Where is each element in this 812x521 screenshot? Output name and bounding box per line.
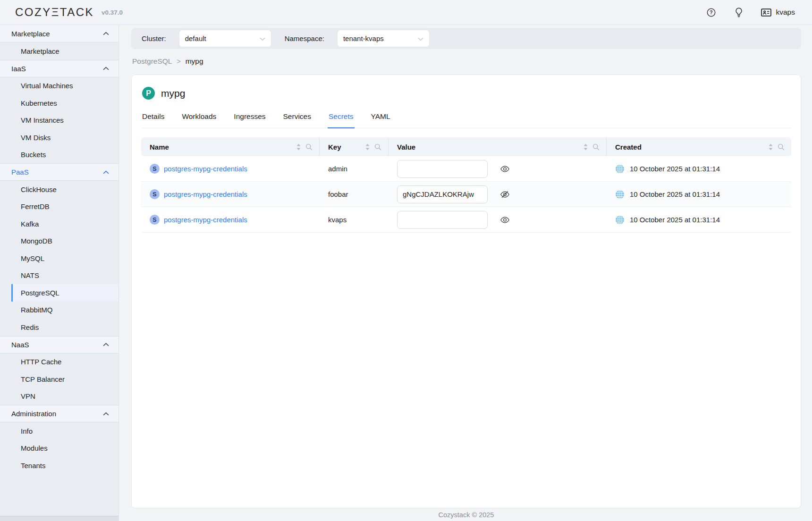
secret-value-input[interactable] — [397, 185, 488, 203]
search-icon[interactable] — [778, 143, 785, 151]
page-title: mypg — [161, 88, 185, 99]
sidebar-section-iaas[interactable]: IaaS — [0, 60, 118, 77]
resource-header: P mypg — [141, 87, 791, 100]
sort-icon[interactable] — [583, 143, 588, 151]
version-label: v0.37.0 — [102, 9, 123, 16]
secrets-table: Name Key — [141, 137, 791, 233]
top-bar: COZYΞTACK v0.37.0 ? kvaps — [0, 0, 812, 25]
sidebar-section-administration[interactable]: Administration — [0, 405, 118, 422]
eye-icon[interactable] — [500, 165, 509, 173]
tab-services[interactable]: Services — [282, 112, 312, 128]
sidebar-section-marketplace[interactable]: Marketplace — [0, 25, 118, 42]
sidebar-item-tcp-balancer[interactable]: TCP Balancer — [11, 370, 118, 388]
sidebar-item-vm-disks[interactable]: VM Disks — [11, 129, 118, 146]
sidebar-item-rabbitmq[interactable]: RabbitMQ — [11, 302, 118, 319]
resource-tabs: Details Workloads Ingresses Services Sec… — [141, 112, 791, 128]
sidebar-item-mysql[interactable]: MySQL — [11, 250, 118, 267]
breadcrumb-current: mypg — [186, 57, 203, 66]
app-window: COZYΞTACK v0.37.0 ? kvaps Marketplace — [0, 0, 812, 521]
sort-icon[interactable] — [365, 143, 370, 151]
chevron-down-icon — [260, 34, 265, 42]
sort-icon[interactable] — [768, 143, 773, 151]
tab-yaml[interactable]: YAML — [370, 112, 391, 128]
sidebar-item-http-cache[interactable]: HTTP Cache — [11, 353, 118, 371]
chevron-up-icon — [103, 343, 109, 346]
cluster-select-value: default — [185, 34, 206, 42]
secret-value-input[interactable] — [397, 211, 488, 229]
help-icon[interactable]: ? — [706, 7, 717, 17]
sidebar-section-paas[interactable]: PaaS — [0, 163, 118, 181]
sidebar-item-vm-instances[interactable]: VM Instances — [11, 112, 118, 129]
namespace-label: Namespace: — [285, 34, 324, 42]
table-row: S postgres-mypg-credentials foobar 10 Oc… — [141, 182, 791, 207]
namespace-select[interactable]: tenant-kvaps — [337, 30, 430, 47]
eye-icon[interactable] — [500, 216, 509, 224]
breadcrumb-postgresql[interactable]: PostgreSQL — [132, 57, 172, 66]
tab-details[interactable]: Details — [141, 112, 165, 128]
sidebar-item-ferretdb[interactable]: FerretDB — [11, 198, 118, 216]
user-menu[interactable]: kvaps — [761, 7, 795, 17]
tab-secrets[interactable]: Secrets — [328, 112, 355, 128]
sidebar-item-postgresql[interactable]: PostgreSQL — [11, 284, 118, 302]
table-header: Name Key — [141, 137, 791, 156]
chevron-up-icon — [103, 67, 109, 70]
secret-key: kvaps — [328, 216, 347, 224]
sidebar-item-clickhouse[interactable]: ClickHouse — [11, 181, 118, 198]
sidebar-item-kubernetes[interactable]: Kubernetes — [11, 94, 118, 112]
tab-workloads[interactable]: Workloads — [181, 112, 217, 128]
context-filter-bar: Cluster: default Namespace: tenant-kvaps — [131, 28, 801, 49]
chevron-up-icon — [103, 32, 109, 35]
sidebar-item-tenants[interactable]: Tenants — [11, 457, 118, 474]
sidebar-item-virtual-machines[interactable]: Virtual Machines — [11, 77, 118, 95]
resource-card: P mypg Details Workloads Ingresses Servi… — [131, 75, 801, 508]
secret-value-input[interactable] — [397, 160, 488, 178]
sidebar-item-vpn[interactable]: VPN — [11, 388, 118, 405]
table-row: S postgres-mypg-credentials kvaps 10 Oct… — [141, 207, 791, 233]
chevron-up-icon — [103, 170, 109, 174]
footer-copyright: Cozystack © 2025 — [131, 508, 801, 521]
sidebar-item-mongodb[interactable]: MongoDB — [11, 233, 118, 250]
secret-key: admin — [328, 165, 347, 173]
namespace-select-value: tenant-kvaps — [343, 34, 384, 42]
created-timestamp: 10 October 2025 at 01:31:14 — [630, 165, 720, 173]
idcard-icon — [761, 7, 771, 17]
sidebar-bottom-strip — [0, 516, 118, 521]
section-label: NaaS — [11, 341, 29, 349]
secret-name-link[interactable]: postgres-mypg-credentials — [164, 190, 247, 198]
globe-icon — [615, 190, 625, 199]
cluster-select[interactable]: default — [179, 30, 271, 47]
secret-name-link[interactable]: postgres-mypg-credentials — [164, 216, 247, 224]
breadcrumb-separator: > — [177, 58, 180, 65]
sidebar-item-info[interactable]: Info — [11, 422, 118, 440]
sidebar-filler — [0, 474, 118, 516]
sidebar-item-marketplace[interactable]: Marketplace — [11, 42, 118, 60]
column-header-value: Value — [397, 143, 415, 151]
cozystack-logo[interactable]: COZYΞTACK — [15, 6, 94, 19]
secret-name-link[interactable]: postgres-mypg-credentials — [164, 165, 247, 173]
created-timestamp: 10 October 2025 at 01:31:14 — [630, 216, 720, 224]
sidebar-item-buckets[interactable]: Buckets — [11, 146, 118, 164]
column-header-name: Name — [150, 143, 169, 151]
sidebar-item-modules[interactable]: Modules — [11, 440, 118, 457]
sidebar-item-redis[interactable]: Redis — [11, 319, 118, 336]
secret-badge: S — [150, 164, 160, 174]
column-header-key: Key — [328, 143, 341, 151]
section-label: Administration — [11, 410, 56, 418]
secret-badge: S — [150, 215, 160, 225]
sidebar-item-kafka[interactable]: Kafka — [11, 215, 118, 233]
sidebar-section-naas[interactable]: NaaS — [0, 336, 118, 353]
chevron-up-icon — [103, 412, 109, 416]
tab-ingresses[interactable]: Ingresses — [233, 112, 266, 128]
bulb-icon[interactable] — [734, 7, 744, 17]
chevron-down-icon — [418, 34, 423, 42]
sidebar-item-nats[interactable]: NATS — [11, 267, 118, 285]
topbar-actions: ? kvaps — [706, 7, 795, 17]
search-icon[interactable] — [305, 143, 313, 151]
breadcrumb: PostgreSQL > mypg — [131, 49, 801, 75]
search-icon[interactable] — [592, 143, 600, 151]
sidebar: Marketplace Marketplace IaaS Virtual Mac… — [0, 25, 119, 521]
sort-icon[interactable] — [296, 143, 301, 151]
search-icon[interactable] — [374, 143, 381, 151]
eye-slash-icon[interactable] — [500, 191, 509, 198]
secret-badge: S — [150, 189, 160, 199]
